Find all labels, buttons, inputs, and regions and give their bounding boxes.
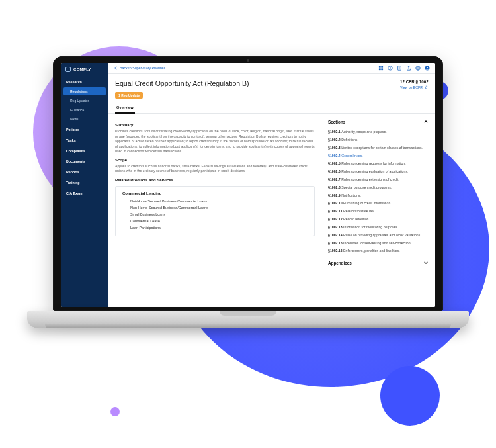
svg-point-2: [382, 66, 384, 67]
document-icon[interactable]: [397, 66, 402, 71]
related-group: Commercial Lending: [122, 191, 308, 195]
chevron-up-icon: [423, 119, 429, 124]
svg-point-7: [380, 69, 382, 71]
svg-point-5: [382, 67, 384, 69]
sections-heading: Sections: [328, 120, 345, 124]
sidebar-item-training[interactable]: Training: [61, 178, 108, 187]
topbar: Back to Supervisory Priorities ?: [108, 63, 435, 74]
related-heading: Related Products and Services: [115, 178, 315, 182]
sections-panel: Sections §1002.1 Authority, scope and pu…: [321, 114, 435, 307]
globe-icon[interactable]: [415, 66, 421, 71]
ecfr-link[interactable]: View on ECFR: [400, 85, 429, 89]
section-link[interactable]: §1002.5 Rules concerning requests for in…: [328, 159, 429, 167]
section-link[interactable]: §1002.2 Definitions.: [328, 136, 429, 144]
summary-heading: Summary: [115, 123, 315, 127]
sidebar-item-reports[interactable]: Reports: [61, 167, 108, 177]
section-link[interactable]: §1002.12 Record retention.: [328, 215, 429, 223]
svg-text:?: ?: [390, 67, 392, 70]
svg-point-6: [379, 69, 380, 71]
sidebar-nav: ResearchRegulationsReg UpdatesGuidanceNe…: [61, 76, 108, 198]
main-panel: Summary Prohibits creditors from discrim…: [108, 114, 321, 307]
sidebar: COMPLY ResearchRegulationsReg UpdatesGui…: [61, 63, 108, 307]
section-link[interactable]: §1002.8 Special purpose credit programs.: [328, 183, 429, 191]
share-icon[interactable]: [406, 66, 411, 71]
section-link[interactable]: §1002.9 Notifications.: [328, 191, 429, 199]
scope-text: Applies to creditors such as national ba…: [115, 164, 315, 174]
content-area: Back to Supervisory Priorities ?: [108, 63, 435, 307]
sidebar-item-c-a-exam[interactable]: C/A Exam: [61, 189, 108, 198]
appendices-heading: Appendices: [328, 261, 352, 265]
related-item[interactable]: Loan Participations: [122, 224, 308, 231]
brand-logo-icon: [65, 67, 71, 72]
section-link[interactable]: §1002.3 Limited exceptions for certain c…: [328, 144, 429, 152]
section-link[interactable]: §1002.6 Rules concerning evaluation of a…: [328, 167, 429, 175]
brand-name: COMPLY: [73, 67, 91, 71]
external-link-icon: [425, 85, 429, 89]
decorative-blob: [380, 366, 440, 426]
page-header: Equal Credit Opportunity Act (Regulation…: [108, 74, 435, 99]
svg-point-18: [427, 67, 428, 68]
section-link[interactable]: §1002.4 General rules.: [328, 152, 429, 159]
summary-text: Prohibits creditors from discriminating …: [115, 129, 315, 154]
section-link[interactable]: §1002.1 Authority, scope and purpose.: [328, 128, 429, 136]
tab-overview[interactable]: Overview: [115, 103, 135, 114]
related-item[interactable]: Not-Home-Secured Business/Commercial Loa…: [122, 198, 308, 204]
user-avatar-icon[interactable]: [425, 66, 430, 71]
laptop-mockup: COMPLY ResearchRegulationsReg UpdatesGui…: [53, 56, 443, 341]
sidebar-item-news[interactable]: News: [61, 114, 108, 124]
decorative-blob: [110, 407, 120, 416]
section-link[interactable]: §1002.13 Information for monitoring purp…: [328, 223, 429, 231]
topbar-actions: ?: [378, 66, 430, 71]
section-link[interactable]: §1002.14 Rules on providing appraisals a…: [328, 231, 429, 239]
section-link[interactable]: §1002.10 Furnishing of credit informatio…: [328, 199, 429, 207]
chevron-down-icon: [423, 260, 429, 265]
chevron-left-icon: [114, 66, 118, 70]
sidebar-item-documents[interactable]: Documents: [61, 157, 108, 166]
appendices-toggle[interactable]: Appendices: [328, 260, 429, 265]
sidebar-item-complaints[interactable]: Complaints: [61, 146, 108, 156]
related-products-box: Commercial Lending Not-Home-Secured Busi…: [115, 186, 315, 236]
scope-heading: Scope: [115, 158, 315, 162]
related-item[interactable]: Small Business Loans: [122, 211, 308, 218]
section-link[interactable]: §1002.11 Relation to state law.: [328, 207, 429, 215]
svg-point-8: [382, 69, 384, 71]
sidebar-item-reg-updates[interactable]: Reg Updates: [61, 96, 108, 105]
cfr-citation: 12 CFR § 1002: [400, 79, 429, 84]
apps-icon[interactable]: [378, 66, 384, 71]
svg-point-4: [380, 67, 382, 69]
back-link[interactable]: Back to Supervisory Priorities: [114, 66, 165, 70]
laptop-camera: [247, 59, 249, 62]
section-link[interactable]: §1002.15 Incentives for self-testing and…: [328, 239, 429, 247]
related-item[interactable]: Non-Home-Secured Business/Commercial Loa…: [122, 204, 308, 211]
svg-point-3: [379, 67, 380, 69]
svg-point-1: [380, 66, 382, 67]
laptop-base: [27, 311, 469, 328]
section-link[interactable]: §1002.16 Enforcement, penalties and liab…: [328, 247, 429, 255]
sidebar-item-regulations[interactable]: Regulations: [63, 87, 106, 95]
reg-update-badge[interactable]: 1 Reg Update: [115, 92, 143, 99]
sections-toggle[interactable]: Sections: [328, 119, 429, 124]
section-link[interactable]: §1002.7 Rules concerning extensions of c…: [328, 175, 429, 183]
tabs: Overview: [108, 99, 435, 114]
sidebar-item-policies[interactable]: Policies: [61, 125, 108, 134]
sidebar-item-tasks[interactable]: Tasks: [61, 136, 108, 145]
ecfr-link-label: View on ECFR: [400, 85, 423, 89]
svg-point-0: [379, 66, 380, 67]
page-title: Equal Credit Opportunity Act (Regulation…: [115, 79, 249, 87]
sidebar-item-guidance[interactable]: Guidance: [61, 105, 108, 114]
help-icon[interactable]: ?: [388, 66, 393, 71]
brand: COMPLY: [61, 63, 108, 76]
back-link-label: Back to Supervisory Priorities: [120, 66, 165, 70]
sidebar-item-research[interactable]: Research: [61, 77, 108, 87]
related-item[interactable]: Commercial Lease: [122, 218, 308, 224]
